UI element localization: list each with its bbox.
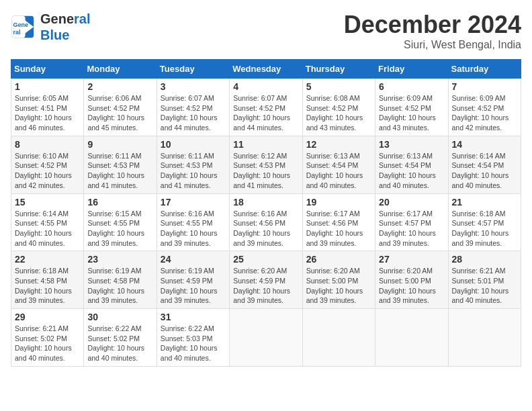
day-info: Sunrise: 6:17 AMSunset: 4:56 PMDaylight:… [306, 209, 371, 248]
calendar-cell: 22 Sunrise: 6:18 AMSunset: 4:58 PMDaylig… [11, 251, 84, 309]
calendar-cell: 2 Sunrise: 6:06 AMSunset: 4:52 PMDayligh… [84, 79, 157, 136]
day-number: 24 [161, 254, 226, 265]
calendar-cell: 4 Sunrise: 6:07 AMSunset: 4:52 PMDayligh… [230, 79, 302, 136]
calendar-cell: 19 Sunrise: 6:17 AMSunset: 4:56 PMDaylig… [302, 193, 375, 251]
calendar-cell: 14 Sunrise: 6:14 AMSunset: 4:54 PMDaylig… [448, 136, 521, 193]
day-number: 17 [161, 197, 226, 208]
day-info: Sunrise: 6:08 AMSunset: 4:52 PMDaylight:… [306, 93, 371, 133]
svg-text:Gene: Gene [13, 21, 29, 28]
day-number: 9 [87, 139, 152, 150]
day-number: 29 [15, 312, 80, 322]
col-header-saturday: Saturday [448, 60, 521, 79]
day-info: Sunrise: 6:20 AMSunset: 4:59 PMDaylight:… [233, 266, 298, 306]
calendar-cell: 13 Sunrise: 6:13 AMSunset: 4:54 PMDaylig… [375, 136, 448, 193]
calendar-cell: 17 Sunrise: 6:16 AMSunset: 4:55 PMDaylig… [157, 193, 229, 251]
week-row-3: 15 Sunrise: 6:14 AMSunset: 4:55 PMDaylig… [11, 193, 521, 251]
calendar-cell: 18 Sunrise: 6:16 AMSunset: 4:56 PMDaylig… [230, 193, 302, 251]
week-row-4: 22 Sunrise: 6:18 AMSunset: 4:58 PMDaylig… [11, 251, 521, 309]
calendar-cell: 23 Sunrise: 6:19 AMSunset: 4:58 PMDaylig… [84, 251, 157, 309]
calendar-cell: 21 Sunrise: 6:18 AMSunset: 4:57 PMDaylig… [448, 193, 521, 251]
calendar-cell: 3 Sunrise: 6:07 AMSunset: 4:52 PMDayligh… [157, 79, 229, 136]
day-info: Sunrise: 6:18 AMSunset: 4:57 PMDaylight:… [452, 209, 517, 248]
day-info: Sunrise: 6:13 AMSunset: 4:54 PMDaylight:… [306, 151, 371, 191]
col-header-monday: Monday [84, 60, 157, 79]
day-number: 19 [306, 197, 371, 208]
day-number: 5 [306, 81, 371, 92]
day-number: 28 [452, 254, 517, 265]
day-number: 20 [379, 197, 444, 208]
day-number: 4 [233, 81, 298, 92]
day-info: Sunrise: 6:14 AMSunset: 4:54 PMDaylight:… [452, 151, 517, 191]
day-number: 10 [161, 139, 226, 150]
calendar-cell: 6 Sunrise: 6:09 AMSunset: 4:52 PMDayligh… [375, 79, 448, 136]
logo-icon: Gene ral [11, 15, 35, 39]
day-info: Sunrise: 6:09 AMSunset: 4:52 PMDaylight:… [379, 93, 444, 133]
header-row: SundayMondayTuesdayWednesdayThursdayFrid… [11, 60, 521, 79]
calendar-cell: 16 Sunrise: 6:15 AMSunset: 4:55 PMDaylig… [84, 193, 157, 251]
calendar-cell: 5 Sunrise: 6:08 AMSunset: 4:52 PMDayligh… [302, 79, 375, 136]
calendar-cell [375, 309, 448, 367]
day-number: 2 [87, 81, 152, 92]
day-info: Sunrise: 6:07 AMSunset: 4:52 PMDaylight:… [233, 93, 298, 133]
day-info: Sunrise: 6:06 AMSunset: 4:52 PMDaylight:… [87, 93, 152, 133]
day-number: 12 [306, 139, 371, 150]
day-number: 6 [379, 81, 444, 92]
calendar-cell: 11 Sunrise: 6:12 AMSunset: 4:53 PMDaylig… [230, 136, 302, 193]
calendar-cell: 9 Sunrise: 6:11 AMSunset: 4:53 PMDayligh… [84, 136, 157, 193]
day-info: Sunrise: 6:21 AMSunset: 5:02 PMDaylight:… [15, 324, 80, 363]
calendar-cell [448, 309, 521, 367]
col-header-friday: Friday [375, 60, 448, 79]
week-row-2: 8 Sunrise: 6:10 AMSunset: 4:52 PMDayligh… [11, 136, 521, 193]
day-number: 23 [87, 254, 152, 265]
day-info: Sunrise: 6:18 AMSunset: 4:58 PMDaylight:… [15, 266, 80, 306]
title-block: December 2024 Siuri, West Bengal, India [344, 11, 521, 51]
day-number: 27 [379, 254, 444, 265]
day-number: 25 [233, 254, 298, 265]
day-info: Sunrise: 6:10 AMSunset: 4:52 PMDaylight:… [15, 151, 80, 191]
calendar-cell: 12 Sunrise: 6:13 AMSunset: 4:54 PMDaylig… [302, 136, 375, 193]
day-info: Sunrise: 6:12 AMSunset: 4:53 PMDaylight:… [233, 151, 298, 191]
day-info: Sunrise: 6:05 AMSunset: 4:51 PMDaylight:… [15, 93, 80, 133]
day-number: 13 [379, 139, 444, 150]
calendar-cell: 27 Sunrise: 6:20 AMSunset: 5:00 PMDaylig… [375, 251, 448, 309]
calendar-cell: 8 Sunrise: 6:10 AMSunset: 4:52 PMDayligh… [11, 136, 84, 193]
page-header: Gene ral General Blue December 2024 Siur… [11, 11, 521, 51]
calendar-cell: 24 Sunrise: 6:19 AMSunset: 4:59 PMDaylig… [157, 251, 229, 309]
day-info: Sunrise: 6:09 AMSunset: 4:52 PMDaylight:… [452, 93, 517, 133]
day-info: Sunrise: 6:15 AMSunset: 4:55 PMDaylight:… [87, 209, 152, 248]
calendar-cell: 25 Sunrise: 6:20 AMSunset: 4:59 PMDaylig… [230, 251, 302, 309]
location: Siuri, West Bengal, India [344, 39, 521, 51]
calendar-cell: 1 Sunrise: 6:05 AMSunset: 4:51 PMDayligh… [11, 79, 84, 136]
day-info: Sunrise: 6:20 AMSunset: 5:00 PMDaylight:… [306, 266, 371, 306]
day-number: 1 [15, 81, 80, 92]
day-info: Sunrise: 6:19 AMSunset: 4:58 PMDaylight:… [87, 266, 152, 306]
col-header-thursday: Thursday [302, 60, 375, 79]
day-number: 30 [87, 312, 152, 322]
day-info: Sunrise: 6:22 AMSunset: 5:02 PMDaylight:… [87, 324, 152, 363]
day-number: 16 [87, 197, 152, 208]
day-info: Sunrise: 6:16 AMSunset: 4:56 PMDaylight:… [233, 209, 298, 248]
calendar-cell: 20 Sunrise: 6:17 AMSunset: 4:57 PMDaylig… [375, 193, 448, 251]
day-number: 7 [452, 81, 517, 92]
day-info: Sunrise: 6:17 AMSunset: 4:57 PMDaylight:… [379, 209, 444, 248]
svg-text:ral: ral [13, 29, 21, 36]
day-number: 3 [161, 81, 226, 92]
day-number: 8 [15, 139, 80, 150]
day-info: Sunrise: 6:20 AMSunset: 5:00 PMDaylight:… [379, 266, 444, 306]
calendar-cell: 30 Sunrise: 6:22 AMSunset: 5:02 PMDaylig… [84, 309, 157, 367]
day-number: 21 [452, 197, 517, 208]
day-info: Sunrise: 6:22 AMSunset: 5:03 PMDaylight:… [161, 324, 226, 363]
day-number: 26 [306, 254, 371, 265]
day-number: 31 [161, 312, 226, 322]
calendar-cell: 29 Sunrise: 6:21 AMSunset: 5:02 PMDaylig… [11, 309, 84, 367]
calendar-cell [302, 309, 375, 367]
calendar-cell [230, 309, 302, 367]
col-header-tuesday: Tuesday [157, 60, 229, 79]
col-header-wednesday: Wednesday [230, 60, 302, 79]
calendar-table: SundayMondayTuesdayWednesdayThursdayFrid… [11, 59, 521, 367]
logo: Gene ral General Blue [11, 11, 91, 43]
day-info: Sunrise: 6:11 AMSunset: 4:53 PMDaylight:… [161, 151, 226, 191]
logo-blue: Blue [40, 27, 91, 43]
day-info: Sunrise: 6:21 AMSunset: 5:01 PMDaylight:… [452, 266, 517, 306]
day-number: 11 [233, 139, 298, 150]
